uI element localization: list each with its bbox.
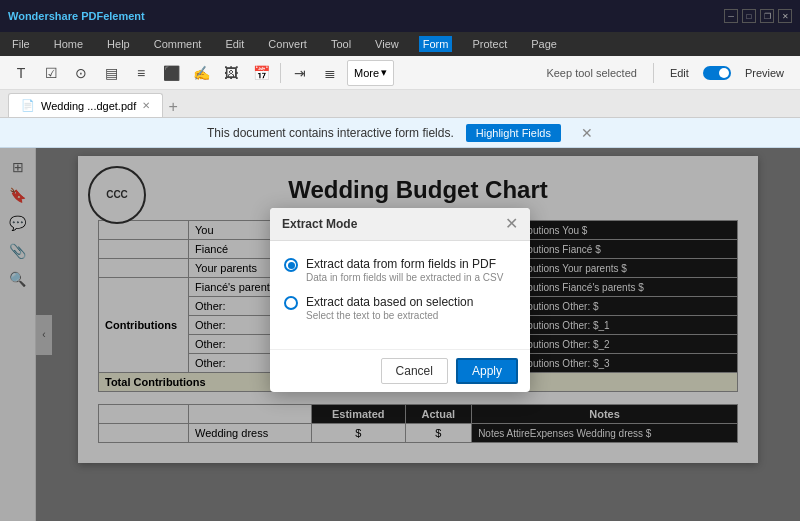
option1-label: Extract data from form fields in PDF (306, 257, 503, 271)
keep-tool-button[interactable]: Keep tool selected (538, 62, 645, 84)
dialog-close-button[interactable]: ✕ (505, 216, 518, 232)
info-close-button[interactable]: ✕ (581, 125, 593, 141)
highlight-fields-button[interactable]: Highlight Fields (466, 124, 561, 142)
tool-img[interactable]: 🖼 (218, 60, 244, 86)
dialog-footer: Cancel Apply (270, 349, 530, 392)
tool-btn[interactable]: ⬛ (158, 60, 184, 86)
menu-view[interactable]: View (371, 36, 403, 52)
toolbar-right: Keep tool selected Edit Preview (538, 62, 792, 84)
menu-form[interactable]: Form (419, 36, 453, 52)
cancel-button[interactable]: Cancel (381, 358, 448, 384)
extract-mode-dialog: Extract Mode ✕ Extract data from form fi… (270, 208, 530, 392)
dialog-header: Extract Mode ✕ (270, 208, 530, 241)
title-bar: Wondershare PDFelement ─ □ ❐ ✕ (0, 0, 800, 32)
maximize-button[interactable]: □ (742, 9, 756, 23)
option2-radio[interactable]: Extract data based on selection Select t… (284, 295, 516, 321)
menu-page[interactable]: Page (527, 36, 561, 52)
toolbar: T ☑ ⊙ ▤ ≡ ⬛ ✍ 🖼 📅 ⇥ ≣ More ▾ Keep tool s… (0, 56, 800, 90)
separator1 (280, 63, 281, 83)
preview-button[interactable]: Preview (737, 62, 792, 84)
edit-toggle[interactable] (703, 66, 731, 80)
option1-radio-indicator (284, 258, 298, 272)
info-message: This document contains interactive form … (207, 126, 454, 140)
restore-button[interactable]: ❐ (760, 9, 774, 23)
app-logo: Wondershare PDFelement (8, 10, 145, 22)
tool-list[interactable]: ≡ (128, 60, 154, 86)
menu-tool[interactable]: Tool (327, 36, 355, 52)
tool-radio[interactable]: ⊙ (68, 60, 94, 86)
window-controls: ─ □ ❐ ✕ (724, 9, 792, 23)
menu-convert[interactable]: Convert (264, 36, 311, 52)
option2-text-group: Extract data based on selection Select t… (306, 295, 473, 321)
more-button[interactable]: More ▾ (347, 60, 394, 86)
tool-align2[interactable]: ≣ (317, 60, 343, 86)
apply-button[interactable]: Apply (456, 358, 518, 384)
tab-bar: 📄 Wedding ...dget.pdf ✕ + (0, 90, 800, 118)
menu-bar: File Home Help Comment Edit Convert Tool… (0, 32, 800, 56)
chevron-down-icon: ▾ (381, 66, 387, 79)
tab-close-button[interactable]: ✕ (142, 100, 150, 111)
menu-help[interactable]: Help (103, 36, 134, 52)
tool-text[interactable]: T (8, 60, 34, 86)
add-tab-button[interactable]: + (163, 97, 183, 117)
separator2 (653, 63, 654, 83)
tool-date[interactable]: 📅 (248, 60, 274, 86)
option2-radio-indicator (284, 296, 298, 310)
menu-home[interactable]: Home (50, 36, 87, 52)
tab-label: Wedding ...dget.pdf (41, 100, 136, 112)
option2-label: Extract data based on selection (306, 295, 473, 309)
tool-combo[interactable]: ▤ (98, 60, 124, 86)
option1-sub: Data in form fields will be extracted in… (306, 272, 503, 283)
minimize-button[interactable]: ─ (724, 9, 738, 23)
tool-sign[interactable]: ✍ (188, 60, 214, 86)
close-button[interactable]: ✕ (778, 9, 792, 23)
tab-icon: 📄 (21, 99, 35, 112)
document-tab[interactable]: 📄 Wedding ...dget.pdf ✕ (8, 93, 163, 117)
option1-text-group: Extract data from form fields in PDF Dat… (306, 257, 503, 283)
option1-radio[interactable]: Extract data from form fields in PDF Dat… (284, 257, 516, 283)
dialog-title: Extract Mode (282, 217, 357, 231)
more-label: More (354, 67, 379, 79)
main-content: ⊞ 🔖 💬 📎 🔍 ‹ CCC Wedding Budget Chart You (0, 148, 800, 521)
menu-edit[interactable]: Edit (221, 36, 248, 52)
edit-button[interactable]: Edit (662, 62, 697, 84)
tool-checkbox[interactable]: ☑ (38, 60, 64, 86)
tool-align[interactable]: ⇥ (287, 60, 313, 86)
dialog-overlay: Extract Mode ✕ Extract data from form fi… (0, 148, 800, 521)
info-bar: This document contains interactive form … (0, 118, 800, 148)
menu-file[interactable]: File (8, 36, 34, 52)
dialog-body: Extract data from form fields in PDF Dat… (270, 241, 530, 349)
menu-comment[interactable]: Comment (150, 36, 206, 52)
menu-protect[interactable]: Protect (468, 36, 511, 52)
option2-sub: Select the text to be extracted (306, 310, 473, 321)
